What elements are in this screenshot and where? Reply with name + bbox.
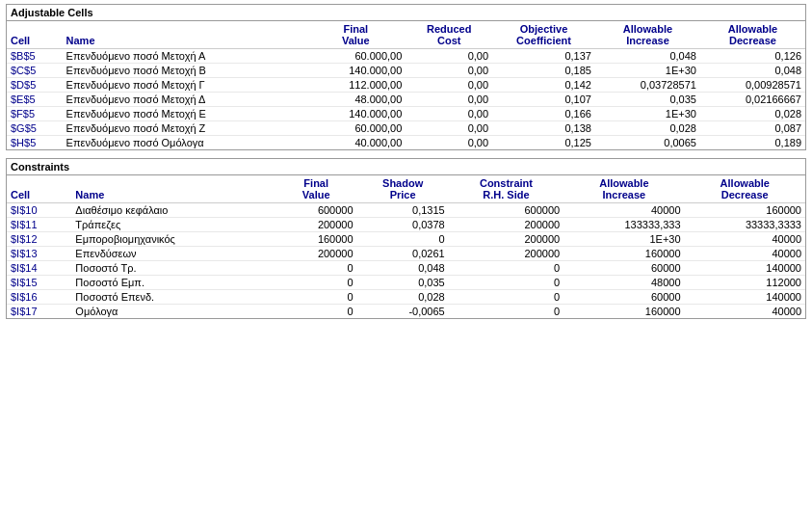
cell-ref: $I$10 <box>7 203 71 218</box>
table-row: $D$5 Επενδυόμενο ποσό Μετοχή Γ 112.000,0… <box>7 78 805 93</box>
cell-ref: $B$5 <box>7 49 63 64</box>
cell-name: Τράπεζες <box>71 218 275 232</box>
cell-ref: $C$5 <box>7 64 63 78</box>
th-reduced-cost: ReducedCost <box>406 21 492 49</box>
allow-dec: 112000 <box>685 276 805 290</box>
allow-inc: 60000 <box>563 261 684 276</box>
table-row: $I$15 Ποσοστό Εμπ. 0 0,035 0 48000 11200… <box>7 276 805 290</box>
cell-ref: $F$5 <box>7 107 63 121</box>
allow-dec: 140000 <box>685 261 805 276</box>
shadow-price: 0,028 <box>357 290 449 305</box>
constraints-header-row: Cell Name FinalValue ShadowPrice Constra… <box>7 175 805 203</box>
cell-ref: $I$12 <box>7 232 71 247</box>
obj-coef: 0,138 <box>492 121 595 136</box>
allow-inc: 0,035 <box>595 93 700 107</box>
cell-ref: $I$13 <box>7 247 71 261</box>
cell-name: Επενδυόμενο ποσό Μετοχή Ζ <box>63 121 306 136</box>
shadow-price: 0,035 <box>357 276 449 290</box>
cell-ref: $I$17 <box>7 305 71 319</box>
final-value: 112.000,00 <box>305 78 406 93</box>
obj-coef: 0,125 <box>492 136 595 150</box>
obj-coef: 0,185 <box>492 64 595 78</box>
reduced-cost: 0,00 <box>406 49 492 64</box>
th-final-value: FinalValue <box>275 175 357 203</box>
cell-ref: $E$5 <box>7 93 63 107</box>
allow-dec: 40000 <box>685 232 805 247</box>
shadow-price: 0,0261 <box>357 247 449 261</box>
cell-ref: $I$11 <box>7 218 71 232</box>
allow-inc: 1E+30 <box>595 107 700 121</box>
adjustable-cells-body: $B$5 Επενδυόμενο ποσό Μετοχή Α 60.000,00… <box>7 49 805 150</box>
allow-dec: 0,00928571 <box>700 78 805 93</box>
th-objective-coefficient: ObjectiveCoefficient <box>492 21 595 49</box>
final-value: 0 <box>275 276 357 290</box>
table-row: $I$17 Ομόλογα 0 -0,0065 0 160000 40000 <box>7 305 805 319</box>
cell-ref: $I$16 <box>7 290 71 305</box>
allow-inc: 133333,333 <box>563 218 684 232</box>
reduced-cost: 0,00 <box>406 121 492 136</box>
adjustable-cells-table: Cell Name FinalValue ReducedCost Objecti… <box>7 21 805 149</box>
final-value: 140.000,00 <box>305 107 406 121</box>
th-name: Name <box>63 21 306 49</box>
allow-inc: 160000 <box>563 305 684 319</box>
table-row: $H$5 Επενδυόμενο ποσό Ομόλογα 40.000,00 … <box>7 136 805 150</box>
allow-inc: 1E+30 <box>563 232 684 247</box>
constraint-rhs: 200000 <box>449 218 563 232</box>
shadow-price: 0,1315 <box>357 203 449 218</box>
allow-dec: 140000 <box>685 290 805 305</box>
final-value: 600000 <box>275 203 357 218</box>
shadow-price: -0,0065 <box>357 305 449 319</box>
reduced-cost: 0,00 <box>406 136 492 150</box>
th-cell: Cell <box>7 21 63 49</box>
constraints-title: Constraints <box>7 159 805 175</box>
reduced-cost: 0,00 <box>406 64 492 78</box>
allow-dec: 0,126 <box>700 49 805 64</box>
table-row: $I$16 Ποσοστό Επενδ. 0 0,028 0 60000 140… <box>7 290 805 305</box>
reduced-cost: 0,00 <box>406 93 492 107</box>
main-container: Adjustable Cells Cell Name FinalValue Re… <box>0 0 812 331</box>
th-shadow-price: ShadowPrice <box>357 175 449 203</box>
allow-dec: 40000 <box>685 305 805 319</box>
constraint-rhs: 0 <box>449 290 563 305</box>
final-value: 48.000,00 <box>305 93 406 107</box>
table-row: $C$5 Επενδυόμενο ποσό Μετοχή Β 140.000,0… <box>7 64 805 78</box>
constraints-section: Constraints Cell Name FinalValue ShadowP… <box>6 158 806 319</box>
shadow-price: 0,048 <box>357 261 449 276</box>
allow-inc: 0,028 <box>595 121 700 136</box>
allow-dec: 33333,3333 <box>685 218 805 232</box>
adjustable-cells-title: Adjustable Cells <box>7 5 805 21</box>
table-row: $B$5 Επενδυόμενο ποσό Μετοχή Α 60.000,00… <box>7 49 805 64</box>
constraints-table: Cell Name FinalValue ShadowPrice Constra… <box>7 175 805 318</box>
final-value: 140.000,00 <box>305 64 406 78</box>
allow-inc: 60000 <box>563 290 684 305</box>
cell-name: Επενδύσεων <box>71 247 275 261</box>
cell-name: Ομόλογα <box>71 305 275 319</box>
allow-inc: 0,0065 <box>595 136 700 150</box>
cell-name: Εμποροβιομηχανικός <box>71 232 275 247</box>
final-value: 40.000,00 <box>305 136 406 150</box>
constraint-rhs: 0 <box>449 305 563 319</box>
allow-dec: 0,087 <box>700 121 805 136</box>
cell-name: Επενδυόμενο ποσό Μετοχή Β <box>63 64 306 78</box>
table-row: $I$13 Επενδύσεων 200000 0,0261 200000 16… <box>7 247 805 261</box>
th-allowable-decrease: AllowableDecrease <box>700 21 805 49</box>
table-row: $E$5 Επενδυόμενο ποσό Μετοχή Δ 48.000,00… <box>7 93 805 107</box>
table-row: $G$5 Επενδυόμενο ποσό Μετοχή Ζ 60.000,00… <box>7 121 805 136</box>
constraint-rhs: 0 <box>449 261 563 276</box>
allow-inc: 40000 <box>563 203 684 218</box>
final-value: 60.000,00 <box>305 121 406 136</box>
th-final-value: FinalValue <box>305 21 406 49</box>
th-name: Name <box>71 175 275 203</box>
cell-ref: $G$5 <box>7 121 63 136</box>
table-row: $I$10 Διαθέσιμο κεφάλαιο 600000 0,1315 6… <box>7 203 805 218</box>
cell-ref: $D$5 <box>7 78 63 93</box>
cell-name: Επενδυόμενο ποσό Μετοχή Α <box>63 49 306 64</box>
cell-ref: $I$14 <box>7 261 71 276</box>
obj-coef: 0,166 <box>492 107 595 121</box>
cell-name: Ποσοστό Επενδ. <box>71 290 275 305</box>
table-row: $I$14 Ποσοστό Τρ. 0 0,048 0 60000 140000 <box>7 261 805 276</box>
allow-inc: 160000 <box>563 247 684 261</box>
constraint-rhs: 600000 <box>449 203 563 218</box>
allow-inc: 0,03728571 <box>595 78 700 93</box>
final-value: 0 <box>275 261 357 276</box>
